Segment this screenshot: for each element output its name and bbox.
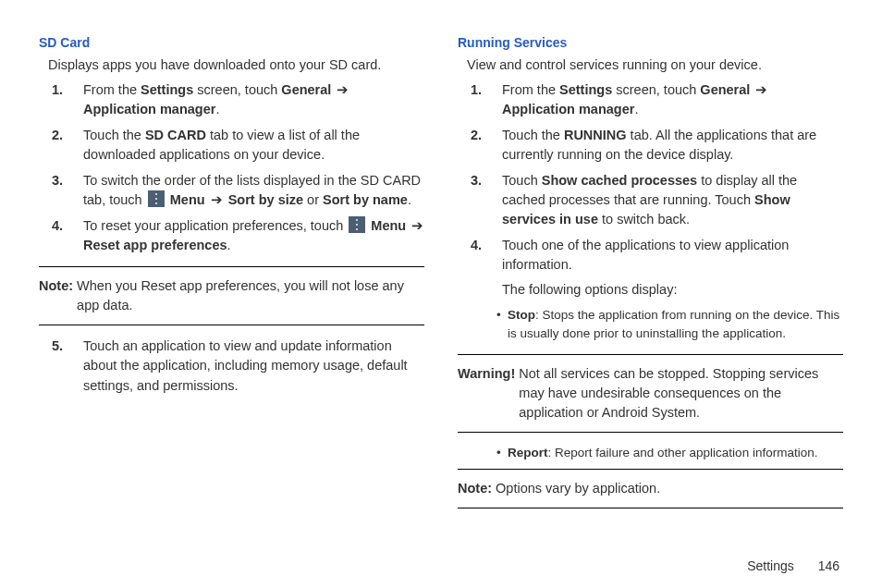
- run-step-4: Touch one of the applications to view ap…: [471, 236, 843, 300]
- menu-icon: [349, 216, 365, 233]
- sd-card-heading: SD Card: [39, 33, 424, 52]
- sd-step-4: To reset your application preferences, t…: [52, 216, 424, 255]
- note-text: When you Reset app preferences, you will…: [77, 276, 424, 315]
- page-footer: Settings 146: [747, 557, 839, 575]
- options-list: Stop: Stops the application from running…: [496, 306, 843, 342]
- sd-step-1: From the Settings screen, touch General …: [52, 80, 424, 119]
- stop-option: Stop: Stops the application from running…: [496, 306, 843, 342]
- warning-text: Not all services can be stopped. Stoppin…: [519, 364, 843, 423]
- options-list-2: Report: Report failure and other applica…: [496, 444, 843, 462]
- sd-step-3: To switch the order of the lists display…: [52, 171, 424, 210]
- page-number: 146: [818, 557, 839, 575]
- run-step-3: Touch Show cached processes to display a…: [471, 171, 843, 229]
- sd-intro: Displays apps you have downloaded onto y…: [48, 55, 424, 75]
- sd-note: Note: When you Reset app preferences, yo…: [39, 266, 424, 325]
- left-column: SD Card Displays apps you have downloade…: [39, 33, 424, 520]
- right-column: Running Services View and control servic…: [458, 33, 843, 520]
- sd-step-2: Touch the SD CARD tab to view a list of …: [52, 126, 424, 165]
- run-step-2: Touch the RUNNING tab. All the applicati…: [471, 126, 843, 165]
- warning-block: Warning! Not all services can be stopped…: [458, 354, 843, 433]
- running-steps: From the Settings screen, touch General …: [471, 80, 843, 300]
- note2-text: Options vary by application.: [496, 479, 660, 498]
- note2-label: Note:: [458, 479, 492, 498]
- report-option: Report: Report failure and other applica…: [496, 444, 843, 462]
- menu-icon: [148, 190, 165, 207]
- note-label: Note:: [39, 276, 73, 315]
- sd-steps: From the Settings screen, touch General …: [52, 80, 424, 255]
- footer-section: Settings: [747, 558, 794, 573]
- running-heading: Running Services: [458, 33, 843, 52]
- warning-label: Warning!: [458, 364, 515, 423]
- sd-step-5: Touch an application to view and update …: [52, 337, 424, 395]
- run-step-1: From the Settings screen, touch General …: [471, 80, 843, 119]
- note2-block: Note: Options vary by application.: [458, 469, 843, 508]
- sd-steps-cont: Touch an application to view and update …: [52, 337, 424, 395]
- running-intro: View and control services running on you…: [467, 55, 843, 75]
